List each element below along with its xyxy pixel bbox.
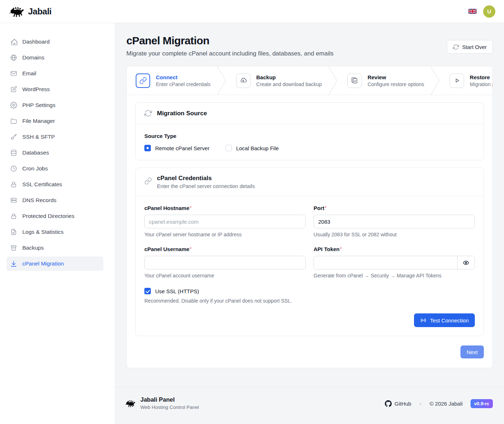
broadcast-icon (420, 317, 427, 323)
archive-icon (10, 244, 17, 251)
sidebar: Dashboard Domains Email WordPress PHP Se… (0, 23, 115, 424)
link-icon (136, 73, 150, 88)
hostname-field-group: cPanel Hostname* Your cPanel server host… (144, 205, 306, 237)
refresh-icon (453, 44, 459, 50)
step-title: Review (368, 74, 424, 80)
option-label: Remote cPanel Server (155, 145, 210, 151)
sidebar-item-label: Protected Directories (22, 213, 75, 219)
option-label: Local Backup File (236, 145, 279, 151)
next-button[interactable]: Next (460, 345, 484, 358)
section-title: cPanel Credentials (157, 175, 212, 182)
brand-name: Jabali (28, 6, 51, 17)
dot-separator: ● (419, 402, 422, 406)
sidebar-item-email[interactable]: Email (6, 66, 103, 81)
port-input[interactable] (314, 215, 475, 228)
brand-logo[interactable]: Jabali (9, 5, 51, 17)
user-avatar[interactable]: U (483, 5, 495, 18)
sidebar-item-label: SSL Certificates (22, 181, 62, 188)
toggle-token-visibility-button[interactable] (457, 256, 474, 269)
api-token-input[interactable] (314, 256, 457, 269)
footer-brand: Jabali Panel Web Hosting Control Panel (125, 396, 199, 410)
sidebar-item-logs-statistics[interactable]: Logs & Statistics (6, 225, 103, 239)
folder-icon (10, 117, 17, 125)
uk-flag-icon[interactable] (468, 9, 477, 14)
download-icon (10, 260, 17, 267)
sidebar-item-label: PHP Settings (22, 102, 55, 108)
step-desc: Create and download backup (256, 81, 322, 87)
lock-icon (10, 181, 17, 188)
refresh-icon (144, 110, 152, 117)
migration-source-card: Migration Source Source Type Remote cPan… (135, 102, 484, 160)
source-type-label: Source Type (144, 133, 475, 139)
required-mark: * (340, 246, 342, 251)
step-separator (216, 66, 227, 95)
port-help: Usually 2083 for SSL or 2082 without (314, 232, 475, 237)
sidebar-item-dns-records[interactable]: DNS Records (6, 193, 103, 207)
sidebar-item-ssh-sftp[interactable]: SSH & SFTP (6, 130, 103, 144)
sidebar-item-file-manager[interactable]: File Manager (6, 114, 103, 128)
section-title: Migration Source (157, 110, 207, 117)
section-subtitle: Enter the cPanel server connection detai… (157, 183, 255, 189)
use-ssl-checkbox[interactable]: Use SSL (HTTPS) (144, 288, 475, 294)
username-field-group: cPanel Username* Your cPanel account use… (144, 246, 306, 278)
sidebar-item-databases[interactable]: Databases (6, 146, 103, 160)
sidebar-item-label: SSH & SFTP (22, 134, 55, 140)
github-icon (385, 400, 392, 407)
username-help: Your cPanel account username (144, 273, 306, 278)
checkbox-checked-icon[interactable] (144, 288, 151, 294)
test-connection-button[interactable]: Test Connection (414, 313, 475, 327)
hostname-input[interactable] (144, 215, 306, 228)
cloud-download-icon (236, 73, 251, 88)
main-content: cPanel Migration Migrate your complete c… (115, 23, 504, 424)
api-token-field-group: API Token* Generate from cPanel → Securi… (314, 246, 475, 278)
footer-brand-name: Jabali Panel (140, 396, 199, 403)
api-token-label: API Token (314, 246, 339, 252)
step-title: Backup (256, 74, 322, 80)
step-connect: Connect Enter cPanel credentials (127, 66, 216, 95)
key-icon (10, 133, 17, 140)
step-restore: Restore Migration progress (441, 66, 492, 95)
sidebar-item-label: Backups (22, 245, 44, 251)
radio-unchecked-icon[interactable] (225, 145, 232, 151)
sidebar-item-php-settings[interactable]: PHP Settings (6, 98, 103, 112)
play-icon (450, 73, 464, 88)
boar-logo-icon (9, 5, 24, 17)
username-input[interactable] (144, 256, 306, 269)
clipboard-check-icon (347, 73, 362, 88)
step-title: Connect (156, 74, 211, 80)
hostname-label: cPanel Hostname (144, 205, 189, 211)
lock-icon (10, 213, 17, 220)
option-remote-cpanel-server[interactable]: Remote cPanel Server (144, 145, 210, 151)
sidebar-item-backups[interactable]: Backups (6, 241, 103, 255)
migration-stepper: Connect Enter cPanel credentials Backup … (127, 66, 492, 95)
step-separator (429, 66, 441, 95)
sidebar-item-cpanel-migration[interactable]: cPanel Migration (6, 256, 103, 271)
sidebar-item-label: Databases (22, 149, 49, 156)
top-header: Jabali U (0, 0, 504, 23)
sidebar-item-cron-jobs[interactable]: Cron Jobs (6, 161, 103, 176)
sidebar-item-label: Dashboard (22, 39, 50, 45)
start-over-label: Start Over (462, 44, 487, 50)
use-ssl-label: Use SSL (HTTPS) (155, 288, 199, 294)
step-backup: Backup Create and download backup (227, 66, 327, 95)
sidebar-item-wordpress[interactable]: WordPress (6, 82, 103, 97)
sidebar-item-domains[interactable]: Domains (6, 50, 103, 65)
option-local-backup-file[interactable]: Local Backup File (225, 145, 279, 151)
home-icon (10, 38, 17, 45)
sidebar-item-label: Email (22, 70, 36, 77)
sidebar-item-protected-directories[interactable]: Protected Directories (6, 209, 103, 223)
mail-icon (10, 70, 17, 77)
sidebar-item-label: DNS Records (22, 197, 57, 204)
sidebar-item-label: Logs & Statistics (22, 229, 64, 235)
required-mark: * (190, 246, 192, 251)
port-label: Port (314, 205, 324, 211)
step-review: Review Configure restore options (338, 66, 429, 95)
sidebar-item-label: File Manager (22, 118, 55, 124)
sidebar-item-ssl-certificates[interactable]: SSL Certificates (6, 177, 103, 192)
radio-checked-icon[interactable] (144, 145, 151, 151)
start-over-button[interactable]: Start Over (447, 40, 493, 54)
github-label: GitHub (395, 401, 411, 407)
github-link[interactable]: GitHub (385, 400, 411, 407)
step-desc: Migration progress (470, 81, 492, 87)
sidebar-item-dashboard[interactable]: Dashboard (6, 35, 103, 49)
